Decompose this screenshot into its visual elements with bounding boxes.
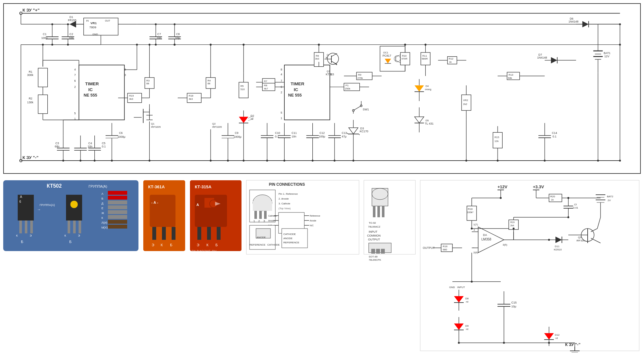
svg-point-253 bbox=[334, 160, 336, 162]
svg-point-242 bbox=[62, 160, 64, 162]
oc1-label: OC1 bbox=[383, 51, 388, 54]
svg-text:7: 7 bbox=[280, 79, 282, 82]
kt315a-e: Э bbox=[197, 243, 199, 247]
r18-label: R18 bbox=[189, 94, 193, 97]
svg-text:1: 1 bbox=[253, 220, 255, 223]
c5-label: C5 bbox=[102, 142, 105, 145]
d3-label: D3 bbox=[360, 127, 364, 130]
svg-point-265 bbox=[425, 44, 427, 46]
svg-text:К: К bbox=[101, 216, 103, 220]
c8-value: 10μ bbox=[175, 36, 180, 40]
svg-point-260 bbox=[174, 44, 175, 46]
d6-label: D6 bbox=[570, 17, 573, 20]
d6-value: 1N4148 bbox=[569, 20, 579, 23]
kt502-k2: К bbox=[64, 234, 66, 237]
r13-label: R13 bbox=[509, 73, 513, 76]
kt502-e1: Э bbox=[30, 234, 32, 237]
svg-point-249 bbox=[243, 160, 245, 162]
svg-text:М(Х): М(Х) bbox=[101, 226, 108, 229]
svg-point-244 bbox=[94, 160, 96, 162]
svg-point-394 bbox=[567, 216, 569, 218]
svg-rect-345 bbox=[382, 206, 384, 217]
lm-d9-value: rd bbox=[466, 328, 468, 331]
kt361a-b: Б bbox=[170, 243, 172, 247]
r8-value: 4k7 bbox=[264, 87, 268, 90]
vr1-label: VR1 bbox=[90, 21, 97, 25]
svg-point-33 bbox=[155, 23, 157, 25]
vr2-value: 2k2 bbox=[463, 103, 467, 106]
vr2-label: VR2 bbox=[463, 99, 468, 102]
svg-point-368 bbox=[567, 197, 569, 199]
lm-r16-label: R16 bbox=[443, 245, 448, 248]
r2-value: 130k bbox=[27, 101, 33, 104]
svg-rect-309 bbox=[217, 227, 221, 240]
bottom-panels: КТ502 ГРУППА(А) Б К Э А 6 → ГРУППА(А) bbox=[2, 179, 642, 352]
d5-value: TL 431 bbox=[425, 122, 433, 125]
d7-value: 1N4148 bbox=[537, 56, 547, 59]
to92-input: INPUT bbox=[369, 230, 378, 233]
q2-label: Q2 bbox=[212, 122, 215, 125]
r15-label: R15 bbox=[495, 136, 499, 139]
lm-r19-label: R19 bbox=[510, 221, 515, 223]
bat1-value: 12V bbox=[604, 55, 610, 58]
r7-label: R7 bbox=[264, 80, 267, 83]
c12-label: C12 bbox=[319, 131, 325, 135]
c11-label: C11 bbox=[292, 131, 297, 135]
svg-rect-292 bbox=[108, 215, 127, 219]
lm-cf-value: 0.01 bbox=[573, 206, 578, 209]
r1-value: 300k bbox=[27, 73, 33, 77]
d4-label: D4 bbox=[425, 85, 429, 88]
svg-rect-342 bbox=[372, 188, 388, 200]
vr1-gnd: GND bbox=[92, 33, 98, 36]
c10-label: C10 bbox=[275, 131, 280, 135]
svg-text:5: 5 bbox=[280, 111, 282, 114]
svg-point-238 bbox=[136, 44, 138, 46]
svg-point-263 bbox=[318, 44, 320, 46]
svg-text:CATHODE: CATHODE bbox=[283, 233, 296, 236]
kt502-k1: К bbox=[16, 234, 18, 237]
c7-value: 10n bbox=[157, 36, 162, 40]
svg-text:-: - bbox=[473, 245, 474, 250]
svg-text:ANODE: ANODE bbox=[283, 237, 292, 240]
d3-value: KC170 bbox=[360, 130, 368, 133]
kt315a-k: К bbox=[206, 243, 209, 247]
q3-part: KT315 bbox=[326, 73, 334, 76]
c3-label: C3 bbox=[55, 142, 59, 145]
q2-part: IRF3205 bbox=[212, 126, 222, 128]
svg-rect-56 bbox=[38, 95, 47, 113]
kt361a-title: КТ-361А bbox=[148, 184, 165, 189]
r3-label: R3 bbox=[147, 79, 150, 82]
svg-text:4: 4 bbox=[74, 68, 76, 71]
c6-label: C6 bbox=[119, 131, 123, 135]
kt315a-title: КТ-315А bbox=[195, 184, 212, 189]
svg-point-243 bbox=[80, 160, 81, 162]
svg-point-252 bbox=[312, 160, 314, 162]
c4-label: C4 bbox=[88, 142, 92, 145]
kt502-a-mark: А bbox=[20, 195, 22, 199]
d4-value: orang bbox=[425, 88, 431, 91]
plus33v-label: +3.3V bbox=[533, 184, 544, 189]
svg-rect-278 bbox=[68, 220, 70, 233]
svg-text:Reference: Reference bbox=[310, 215, 320, 217]
r5-value: 510 bbox=[241, 88, 245, 91]
to92-output: OUTPUT bbox=[368, 238, 380, 241]
svg-rect-301 bbox=[172, 227, 175, 240]
c1-value: 100μ bbox=[41, 36, 48, 40]
svg-text:Б: Б bbox=[101, 197, 103, 200]
c12-value: 100μ bbox=[319, 135, 325, 138]
svg-text:3(5): 3(5) bbox=[503, 243, 507, 246]
kzu-minus-label: К ЗУ "-" bbox=[23, 155, 39, 160]
q3-label: Q3 bbox=[327, 70, 330, 73]
svg-point-86 bbox=[148, 44, 150, 46]
c3-value: 68n bbox=[55, 145, 60, 148]
svg-point-261 bbox=[210, 44, 212, 46]
r10-value: 470R bbox=[401, 57, 407, 60]
schematic-area: К ЗУ "+" К ЗУ "-" D1 FR155 VR1 7809 IN O… bbox=[3, 3, 641, 174]
svg-text:1: 1 bbox=[280, 117, 282, 120]
svg-rect-308 bbox=[207, 227, 211, 240]
svg-point-434 bbox=[458, 342, 460, 344]
lm358-part: LM358 bbox=[481, 238, 491, 241]
c4-value: 10n bbox=[88, 145, 92, 148]
lm-cf-label: Cf bbox=[574, 203, 577, 206]
lm358-da: DA bbox=[483, 233, 487, 237]
